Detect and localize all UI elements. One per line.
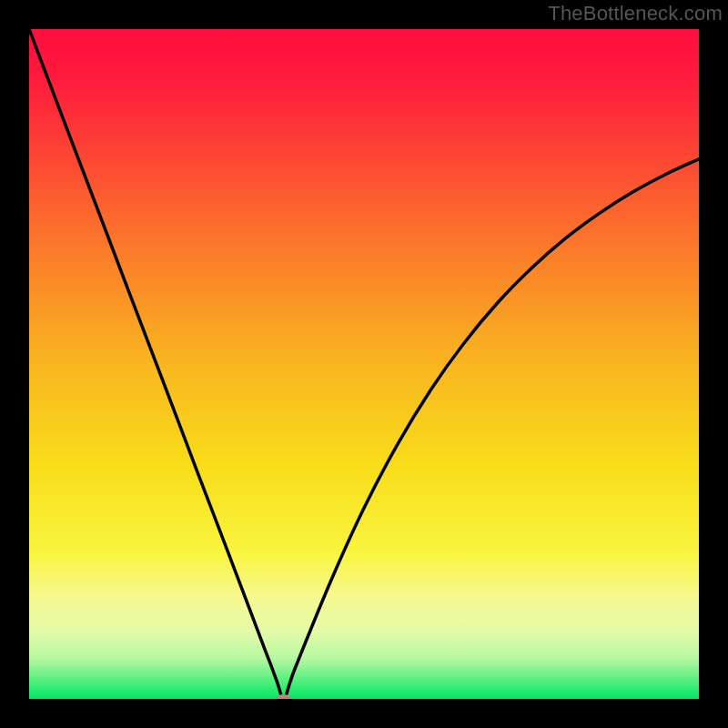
- chart-svg: [29, 29, 699, 699]
- chart-frame: TheBottleneck.com: [0, 0, 728, 728]
- plot-area: [29, 29, 699, 699]
- watermark-text: TheBottleneck.com: [548, 2, 723, 25]
- gradient-background: [29, 29, 699, 699]
